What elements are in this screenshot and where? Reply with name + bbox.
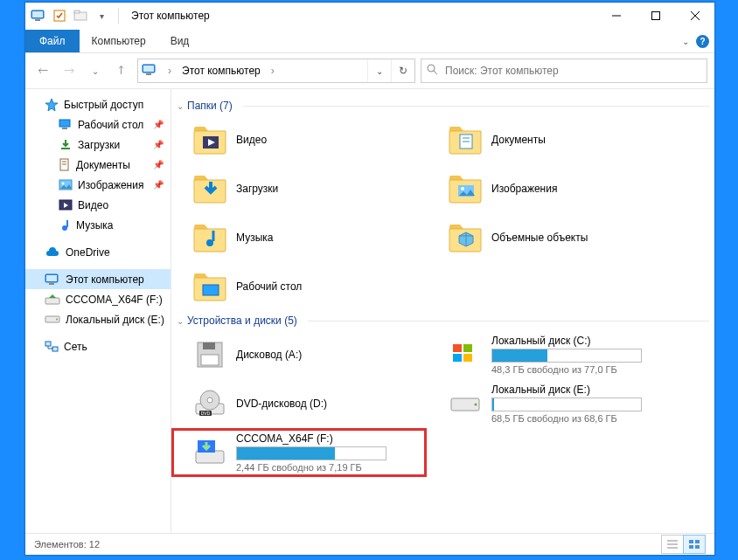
svg-point-13	[428, 65, 435, 72]
svg-rect-12	[146, 73, 151, 75]
sidebar-item-cccoma-drive[interactable]: CCCOMA_X64F (F:)	[25, 289, 171, 309]
tile-label: Видео	[236, 134, 267, 146]
file-tab[interactable]: Файл	[25, 30, 80, 52]
ribbon: Файл Компьютер Вид ⌄ ?	[25, 30, 714, 53]
sidebar-item-desktop[interactable]: Рабочий стол 📌	[25, 114, 171, 135]
drive-tile[interactable]: Локальный диск (E:) 68,5 ГБ свободно из …	[427, 379, 682, 428]
drive-tile[interactable]: CCCOMA_X64F (F:) 2,44 ГБ свободно из 7,1…	[171, 428, 427, 477]
search-box[interactable]	[421, 59, 707, 83]
desktop-icon	[59, 119, 73, 131]
drive-icon	[192, 435, 227, 470]
sidebar-label: CCCOMA_X64F (F:)	[66, 294, 163, 306]
new-folder-icon[interactable]	[73, 8, 88, 24]
tile-label: Документы	[491, 134, 546, 146]
videos-icon	[59, 199, 73, 211]
chevron-down-icon: ⌄	[177, 316, 184, 326]
minimize-button[interactable]	[596, 3, 636, 29]
install-drive-icon	[45, 294, 60, 306]
folder-tile[interactable]: Изображения	[427, 164, 682, 213]
folder-tile[interactable]: Документы	[427, 115, 682, 164]
sidebar-label: Изображения	[78, 179, 143, 191]
svg-point-61	[475, 404, 477, 406]
drive-icon	[45, 315, 60, 325]
this-pc-small-icon	[31, 8, 46, 24]
pictures-icon	[59, 179, 73, 191]
address-dropdown-icon[interactable]: ⌄	[367, 59, 391, 82]
svg-rect-53	[453, 354, 462, 362]
sidebar-item-music[interactable]: Музыка	[25, 215, 171, 235]
folder-tile[interactable]: Объемные объекты	[427, 213, 682, 262]
sidebar-item-downloads[interactable]: Загрузки 📌	[25, 135, 171, 155]
properties-icon[interactable]	[52, 8, 67, 24]
ribbon-expand-icon[interactable]: ⌄	[682, 37, 689, 46]
view-details-button[interactable]	[661, 535, 684, 554]
pin-icon: 📌	[153, 180, 164, 190]
sidebar-item-onedrive[interactable]: OneDrive	[25, 242, 171, 262]
svg-rect-28	[46, 275, 57, 281]
folder-icon	[448, 171, 483, 206]
svg-rect-67	[689, 540, 693, 543]
nav-up-button[interactable]: 🡑	[111, 60, 132, 81]
close-button[interactable]	[675, 3, 714, 29]
explorer-window: ▾ Этот компьютер Файл Компьютер Вид ⌄ ? …	[24, 2, 715, 556]
this-pc-icon	[142, 64, 157, 79]
nav-forward-button[interactable]: 🡒	[59, 60, 80, 81]
help-icon[interactable]: ?	[696, 35, 709, 48]
folder-icon	[448, 220, 483, 255]
sidebar-item-videos[interactable]: Видео	[25, 195, 171, 215]
drive-tile[interactable]: Дисковод (A:)	[171, 330, 427, 379]
sidebar-item-quick-access[interactable]: Быстрый доступ	[25, 94, 171, 114]
group-header-drives[interactable]: ⌄ Устройства и диски (5)	[171, 311, 709, 330]
qat-customize-icon[interactable]: ▾	[94, 8, 109, 24]
sidebar-label: Загрузки	[78, 139, 120, 151]
svg-marker-15	[45, 99, 58, 111]
breadcrumb-chevron-icon[interactable]: ›	[266, 65, 280, 77]
folder-icon	[192, 269, 227, 304]
view-large-icons-button[interactable]	[683, 535, 706, 554]
search-input[interactable]	[443, 64, 707, 78]
refresh-icon[interactable]: ↻	[391, 59, 414, 82]
maximize-button[interactable]	[636, 3, 675, 29]
sidebar-item-local-e[interactable]: Локальный диск (E:)	[25, 309, 171, 329]
sidebar-item-network[interactable]: Сеть	[25, 336, 171, 356]
folder-tile[interactable]: Видео	[171, 115, 427, 164]
folder-tile[interactable]: Рабочий стол	[171, 262, 427, 311]
breadcrumb-chevron-icon[interactable]: ›	[163, 65, 177, 77]
sidebar-item-pictures[interactable]: Изображения 📌	[25, 175, 171, 195]
tab-view[interactable]: Вид	[158, 30, 202, 52]
svg-marker-31	[49, 294, 56, 298]
nav-history-dropdown[interactable]: ⌄	[85, 60, 106, 81]
svg-rect-30	[45, 298, 59, 304]
breadcrumb-this-pc[interactable]: Этот компьютер	[182, 65, 261, 77]
svg-rect-52	[463, 344, 472, 352]
svg-rect-2	[35, 19, 40, 21]
sidebar-item-documents[interactable]: Документы 📌	[25, 155, 171, 175]
svg-rect-18	[61, 148, 70, 149]
group-title: Устройства и диски (5)	[187, 315, 297, 327]
folder-tile[interactable]: Музыка	[171, 213, 427, 262]
drive-tile[interactable]: Локальный диск (C:) 48,3 ГБ свободно из …	[427, 330, 682, 379]
pin-icon: 📌	[153, 160, 164, 169]
address-bar[interactable]: › Этот компьютер › ⌄ ↻	[137, 59, 415, 83]
svg-point-42	[461, 187, 464, 190]
folder-tile[interactable]: Загрузки	[171, 164, 427, 213]
svg-rect-11	[143, 66, 154, 72]
tile-label: Локальный диск (C:)	[491, 335, 642, 347]
content-pane: ⌄ Папки (7) Видео Документы Загрузки Изо…	[171, 89, 714, 533]
group-header-folders[interactable]: ⌄ Папки (7)	[171, 96, 709, 115]
separator	[118, 8, 119, 24]
tile-label: Рабочий стол	[236, 280, 302, 293]
network-icon	[45, 341, 59, 353]
tab-computer[interactable]: Компьютер	[80, 30, 158, 52]
svg-point-57	[207, 398, 212, 403]
documents-icon	[59, 158, 71, 172]
sidebar-item-this-pc[interactable]: Этот компьютер	[25, 269, 171, 289]
drives-tiles: Дисковод (A:) Локальный диск (C:) 48,3 Г…	[171, 330, 709, 477]
sidebar-label: Этот компьютер	[66, 273, 144, 286]
nav-back-button[interactable]: 🡐	[32, 60, 53, 81]
window-title: Этот компьютер	[131, 10, 210, 22]
svg-rect-50	[201, 355, 219, 365]
tile-label: Дисковод (A:)	[236, 349, 302, 361]
svg-point-23	[62, 182, 65, 184]
drive-tile[interactable]: DVD DVD-дисковод (D:)	[171, 379, 427, 428]
